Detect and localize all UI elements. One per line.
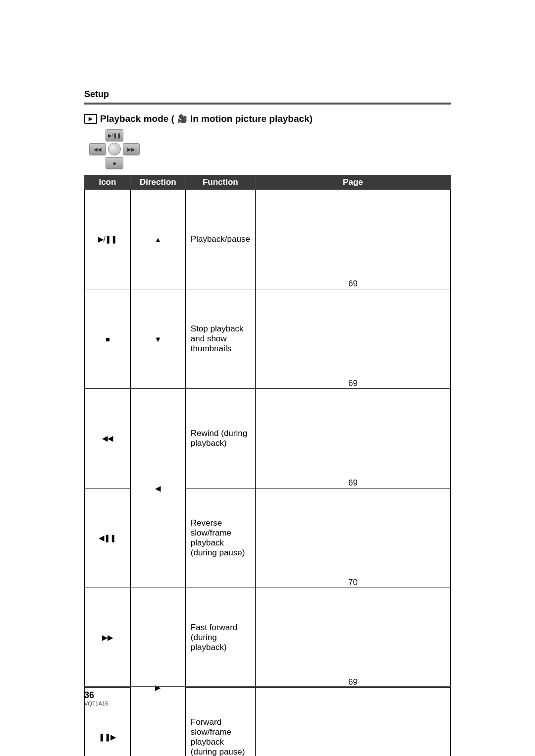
cell-direction: ▼ — [130, 289, 185, 389]
dpad-left-icon: ◀◀ — [89, 143, 106, 155]
table-header-row: Icon Direction Function Page — [85, 175, 451, 190]
col-function: Function — [185, 175, 255, 190]
cell-function: Fast forward (during playback) — [185, 588, 255, 688]
video-mode-icon: 🎥 — [177, 115, 187, 123]
col-direction: Direction — [130, 175, 185, 190]
title-suffix: In motion picture playback) — [190, 113, 313, 124]
table-row: ▶/❚❚ ▲ Playback/pause 69 — [85, 190, 451, 289]
table-row: ◀◀ ◀ Rewind (during playback) 69 — [85, 389, 451, 488]
footer-rule — [84, 686, 451, 687]
cell-icon: ◀❚❚ — [85, 488, 131, 588]
motion-playback-table: Icon Direction Function Page ▶/❚❚ ▲ Play… — [84, 175, 451, 756]
title-prefix: Playback mode ( — [100, 113, 174, 124]
cell-function: Playback/pause — [185, 190, 255, 289]
cell-icon: ◀◀ — [85, 389, 131, 488]
cell-page: 69 — [255, 190, 450, 289]
section-header: Setup — [84, 89, 451, 100]
playback-box-icon: ▶ — [84, 114, 97, 124]
dpad-down-icon: ■ — [106, 157, 123, 169]
cell-icon: ■ — [85, 289, 131, 389]
cell-icon: ▶▶ — [85, 588, 131, 688]
dpad-center-icon — [108, 143, 121, 156]
cell-page: 69 — [255, 389, 450, 488]
cell-function: Stop playback and show thumbnails — [185, 289, 255, 389]
dpad-up-icon: ▶/❚❚ — [106, 129, 123, 141]
mode-title-motion: ▶ Playback mode ( 🎥 In motion picture pl… — [84, 113, 451, 124]
cell-page: 70 — [255, 488, 450, 588]
table-row: ■ ▼ Stop playback and show thumbnails 69 — [85, 289, 451, 389]
cell-function: Reverse slow/frame playback (during paus… — [185, 488, 255, 588]
page-number: 36 — [84, 690, 451, 701]
dpad-right-icon: ▶▶ — [123, 143, 140, 155]
header-rule — [84, 103, 451, 105]
page-footer: 36 VQT1A15 — [84, 686, 451, 706]
col-icon: Icon — [85, 175, 131, 190]
document-id: VQT1A15 — [84, 701, 451, 706]
col-page: Page — [255, 175, 450, 190]
cell-direction: ▶ — [130, 588, 185, 756]
cell-direction: ▲ — [130, 190, 185, 289]
dpad-illustration-motion: ▶/❚❚ ◀◀ ▶▶ ■ — [84, 129, 144, 168]
cell-direction: ◀ — [130, 389, 185, 588]
table-row: ▶▶ ▶ Fast forward (during playback) 69 — [85, 588, 451, 688]
cell-icon: ▶/❚❚ — [85, 190, 131, 289]
cell-function: Rewind (during playback) — [185, 389, 255, 488]
cell-page: 69 — [255, 289, 450, 389]
cell-page: 69 — [255, 588, 450, 688]
